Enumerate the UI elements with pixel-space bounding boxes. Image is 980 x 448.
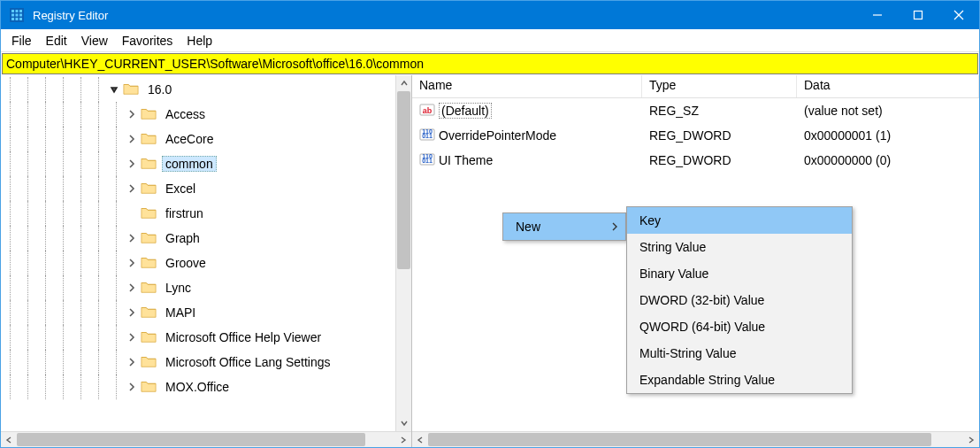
chevron-right-icon[interactable] <box>125 281 139 295</box>
tree-item[interactable]: 16.0 <box>1 77 395 102</box>
tree-item[interactable]: Microsoft Office Lang Settings <box>1 350 395 375</box>
value-data: (value not set) <box>797 104 979 118</box>
submenu-item-label: Multi-String Value <box>639 346 736 360</box>
chevron-right-icon[interactable] <box>125 231 139 245</box>
submenu-item[interactable]: QWORD (64-bit) Value <box>627 313 852 340</box>
tree-item[interactable]: common <box>1 151 395 176</box>
tree-item[interactable]: Microsoft Office Help Viewer <box>1 325 395 350</box>
menu-help[interactable]: Help <box>180 32 219 50</box>
folder-icon <box>141 255 162 272</box>
tree-item[interactable]: Lync <box>1 275 395 300</box>
menu-edit[interactable]: Edit <box>39 32 74 50</box>
tree-item[interactable]: Access <box>1 102 395 127</box>
folder-icon <box>141 156 162 173</box>
submenu-item[interactable]: Expandable String Value <box>627 367 852 393</box>
menu-favorites[interactable]: Favorites <box>115 32 180 50</box>
scroll-up-icon[interactable] <box>396 75 411 91</box>
tree-item-label: Access <box>162 106 209 122</box>
tree-item-label: AceCore <box>162 131 217 147</box>
tree-item[interactable]: MOX.Office <box>1 375 395 399</box>
tree-vertical-scrollbar[interactable] <box>395 75 411 431</box>
maximize-button[interactable] <box>898 1 938 29</box>
svg-rect-9 <box>19 18 22 20</box>
tree-item[interactable]: firstrun <box>1 201 395 226</box>
scroll-down-icon[interactable] <box>396 415 411 431</box>
chevron-right-icon[interactable] <box>125 182 139 196</box>
chevron-right-icon[interactable] <box>125 380 139 394</box>
folder-icon <box>141 280 162 297</box>
list-header: Name Type Data <box>412 75 979 98</box>
tree-item-label: firstrun <box>162 205 207 221</box>
list-row[interactable]: 011110UI ThemeREG_DWORD0x00000000 (0) <box>412 148 979 173</box>
tree-item-label: Groove <box>162 255 210 271</box>
tree: 16.0AccessAceCorecommonExcelfirstrunGrap… <box>1 75 395 399</box>
tree-item[interactable]: Excel <box>1 176 395 201</box>
menu-file[interactable]: File <box>4 32 39 50</box>
tree-item-label: MAPI <box>162 305 199 321</box>
scroll-right-icon[interactable] <box>963 432 979 447</box>
tree-horizontal-scrollbar[interactable] <box>1 431 411 447</box>
svg-rect-5 <box>16 14 19 17</box>
svg-rect-3 <box>19 10 22 12</box>
chevron-down-icon[interactable] <box>107 82 121 97</box>
tree-item[interactable]: MAPI <box>1 300 395 325</box>
window-title: Registry Editor <box>33 9 108 22</box>
chevron-right-icon[interactable] <box>125 256 139 270</box>
scroll-left-icon[interactable] <box>412 432 428 447</box>
minimize-button[interactable] <box>857 1 898 29</box>
submenu-item[interactable]: String Value <box>627 234 852 260</box>
tree-item[interactable]: Groove <box>1 251 395 275</box>
folder-icon <box>123 81 144 98</box>
svg-rect-8 <box>16 18 19 20</box>
scroll-right-icon[interactable] <box>395 432 411 447</box>
chevron-right-icon[interactable] <box>125 157 139 171</box>
tree-item-label: Graph <box>162 230 203 246</box>
tree-item-label: Microsoft Office Lang Settings <box>162 354 334 370</box>
svg-rect-7 <box>11 18 14 20</box>
value-name: (Default) <box>439 103 492 119</box>
submenu-item-label: Binary Value <box>639 266 708 281</box>
address-bar[interactable]: Computer\HKEY_CURRENT_USER\Software\Micr… <box>2 53 978 74</box>
address-text: Computer\HKEY_CURRENT_USER\Software\Micr… <box>6 57 424 71</box>
tree-item-label: common <box>162 156 217 172</box>
close-button[interactable] <box>938 1 979 29</box>
folder-icon <box>141 205 162 222</box>
menubar: File Edit View Favorites Help <box>1 29 979 52</box>
column-header-name[interactable]: Name <box>412 75 642 97</box>
chevron-right-icon[interactable] <box>125 305 139 320</box>
folder-icon <box>141 379 162 396</box>
svg-rect-6 <box>19 14 22 17</box>
submenu-item-label: QWORD (64-bit) Value <box>639 320 765 334</box>
menu-view[interactable]: View <box>74 32 115 50</box>
submenu-item[interactable]: Binary Value <box>627 260 852 287</box>
binary-value-icon: 011110 <box>419 127 435 145</box>
titlebar: Registry Editor <box>1 1 979 29</box>
chevron-right-icon[interactable] <box>125 355 139 369</box>
folder-icon <box>141 329 162 346</box>
submenu-arrow-icon <box>611 220 618 234</box>
submenu-item[interactable]: DWORD (32-bit) Value <box>627 287 852 313</box>
tree-pane: 16.0AccessAceCorecommonExcelfirstrunGrap… <box>1 75 412 447</box>
value-type: REG_DWORD <box>642 128 797 143</box>
list-row[interactable]: 011110OverridePointerModeREG_DWORD0x0000… <box>412 123 979 148</box>
value-data: 0x00000001 (1) <box>797 128 979 143</box>
chevron-right-icon[interactable] <box>125 330 139 344</box>
list-row[interactable]: ab(Default)REG_SZ(value not set) <box>412 98 979 123</box>
value-type: REG_SZ <box>642 104 797 118</box>
list-pane: Name Type Data ab(Default)REG_SZ(value n… <box>412 75 979 447</box>
chevron-right-icon[interactable] <box>125 107 139 121</box>
list-horizontal-scrollbar[interactable] <box>412 431 979 447</box>
value-type: REG_DWORD <box>642 153 797 167</box>
submenu-item[interactable]: Multi-String Value <box>627 340 852 367</box>
tree-item[interactable]: Graph <box>1 226 395 251</box>
tree-item[interactable]: AceCore <box>1 127 395 151</box>
column-header-data[interactable]: Data <box>797 75 979 97</box>
chevron-right-icon[interactable] <box>125 132 139 146</box>
folder-icon <box>141 230 162 247</box>
column-header-type[interactable]: Type <box>642 75 797 97</box>
svg-rect-4 <box>11 14 14 17</box>
context-menu-item-new[interactable]: New <box>503 213 625 240</box>
scroll-left-icon[interactable] <box>1 432 17 447</box>
tree-item-label: Excel <box>162 181 199 197</box>
submenu-item[interactable]: Key <box>627 207 852 234</box>
